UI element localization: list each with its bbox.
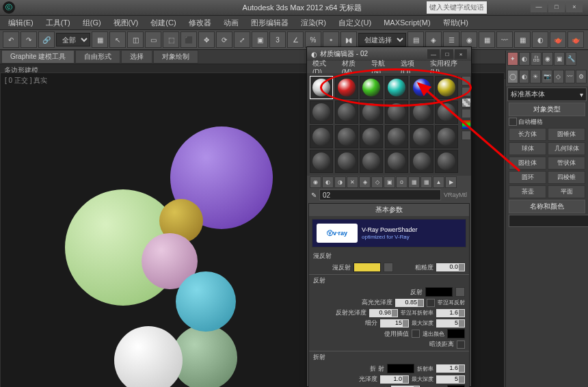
undo-button[interactable]: ↶ — [3, 31, 19, 48]
create-tab[interactable]: ✦ — [507, 52, 518, 66]
create-object-button[interactable]: 长方体 — [509, 128, 546, 141]
material-slot[interactable] — [385, 150, 408, 173]
viewport-sphere[interactable] — [114, 326, 183, 387]
tool-btn[interactable]: ◈ — [425, 31, 442, 48]
reflect-color-swatch[interactable] — [425, 287, 453, 297]
selection-set-dropdown[interactable]: 创建选择集 — [358, 33, 406, 46]
create-object-button[interactable]: 圆环 — [509, 171, 546, 184]
menu-item[interactable]: 图形编辑器 — [245, 16, 294, 29]
material-slot[interactable] — [360, 76, 383, 99]
pick-icon[interactable]: ✎ — [311, 191, 317, 199]
material-slot[interactable] — [435, 125, 458, 148]
create-object-button[interactable]: 圆锥体 — [548, 128, 585, 141]
tool-btn[interactable]: ▦ — [514, 31, 531, 48]
geometry-tab[interactable]: ◯ — [507, 70, 518, 83]
link-button[interactable]: 🔗 — [38, 31, 55, 48]
refl-sub-spinner[interactable]: 15 — [380, 319, 409, 328]
sample-uv-button[interactable] — [462, 109, 471, 118]
menu-item[interactable]: 工具(T) — [40, 16, 76, 29]
material-slot[interactable] — [410, 150, 433, 173]
tool-btn[interactable]: ⬚ — [163, 31, 179, 48]
material-slot[interactable] — [335, 76, 358, 99]
material-slot[interactable] — [335, 101, 358, 124]
tool-btn[interactable]: ▭ — [145, 31, 161, 48]
redo-button[interactable]: ↷ — [21, 31, 37, 48]
close-button[interactable]: × — [566, 1, 583, 12]
ribbon-tab[interactable]: 选择 — [121, 50, 152, 64]
make-unique-button[interactable]: ◇ — [371, 176, 383, 188]
material-name-input[interactable] — [319, 189, 441, 200]
refl-exit-swatch[interactable] — [447, 329, 465, 338]
material-slot[interactable] — [360, 150, 383, 173]
material-editor-button[interactable]: ◐ — [532, 31, 548, 48]
modify-tab[interactable]: ◐ — [519, 52, 530, 66]
tool-btn[interactable]: ▦ — [479, 31, 495, 48]
show-map-button[interactable]: ▦ — [408, 176, 420, 188]
material-slot[interactable] — [435, 76, 458, 99]
material-slot[interactable] — [385, 76, 408, 99]
material-slot[interactable] — [310, 101, 333, 124]
create-object-button[interactable]: 茶壶 — [509, 185, 546, 198]
rotate-button[interactable]: ⟳ — [216, 31, 232, 48]
menu-item[interactable]: 编辑(E) — [3, 16, 39, 29]
layers-button[interactable]: ☰ — [443, 31, 459, 48]
lights-tab[interactable]: ☀ — [530, 70, 541, 83]
create-object-button[interactable]: 平面 — [548, 185, 585, 198]
go-forward-button[interactable]: ▶ — [445, 176, 457, 188]
create-object-button[interactable]: 管状体 — [548, 157, 585, 170]
motion-tab[interactable]: ◉ — [542, 52, 553, 66]
menu-item[interactable]: 组(G) — [77, 16, 107, 29]
shapes-tab[interactable]: ◐ — [519, 70, 530, 83]
background-button[interactable] — [462, 98, 471, 107]
menu-item[interactable]: 自定义(U) — [333, 16, 377, 29]
assign-material-button[interactable]: ◑ — [334, 176, 346, 188]
viewport-sphere[interactable] — [176, 271, 236, 332]
material-slot[interactable] — [435, 101, 458, 124]
refl-gloss-spinner[interactable]: 0.98 — [369, 309, 398, 317]
me-minimize-button[interactable]: — — [427, 49, 440, 59]
scale-button[interactable]: ⤢ — [234, 31, 250, 48]
lock-checkbox[interactable] — [427, 299, 435, 307]
put-library-button[interactable]: ▣ — [384, 176, 395, 188]
create-object-button[interactable]: 球体 — [509, 142, 546, 155]
select-button[interactable]: ↖ — [109, 31, 126, 48]
material-slot[interactable] — [360, 101, 383, 124]
menu-item[interactable]: 渲染(R) — [295, 16, 332, 29]
tool-btn[interactable]: ⚬ — [323, 31, 339, 48]
fresnel-ior-spinner[interactable]: 1.6 — [436, 309, 465, 317]
hierarchy-tab[interactable]: 品 — [531, 52, 542, 66]
cameras-tab[interactable]: 📷 — [542, 70, 552, 83]
put-material-button[interactable]: ◐ — [322, 176, 334, 188]
material-slot[interactable] — [410, 76, 433, 99]
object-name-input[interactable] — [509, 215, 588, 227]
refl-interp-checkbox[interactable] — [412, 330, 420, 338]
roughness-spinner[interactable]: 0.0 — [436, 263, 465, 271]
menu-item[interactable]: 创建(C) — [145, 16, 181, 29]
reflect-map-button[interactable] — [455, 287, 465, 297]
create-object-button[interactable]: 几何球体 — [548, 142, 585, 155]
menu-item[interactable]: 动画 — [218, 16, 244, 29]
material-slot[interactable] — [310, 125, 333, 148]
utilities-tab[interactable]: 🔧 — [565, 52, 576, 66]
filter-dropdown[interactable]: 全部 — [56, 33, 90, 46]
refract-ior-spinner[interactable]: 1.6 — [436, 364, 465, 373]
menu-item[interactable]: MAXScript(M) — [378, 17, 436, 28]
align-button[interactable]: ▤ — [407, 31, 424, 48]
show-end-button[interactable]: ▦ — [420, 176, 432, 188]
get-material-button[interactable]: ◉ — [310, 176, 321, 188]
render-button[interactable]: 🫖 — [567, 31, 584, 48]
tool-btn[interactable]: ▦ — [92, 31, 108, 48]
ribbon-tab[interactable]: 自由形式 — [75, 50, 120, 64]
material-slot[interactable] — [310, 150, 333, 173]
material-slot[interactable] — [335, 150, 358, 173]
create-object-button[interactable]: 圆柱体 — [509, 157, 546, 170]
diffuse-map-button[interactable] — [384, 263, 393, 272]
video-color-button[interactable] — [462, 120, 471, 129]
hilight-spinner[interactable]: 0.85 — [395, 299, 424, 307]
refract-color-swatch[interactable] — [387, 364, 414, 373]
material-id-button[interactable]: 0 — [396, 176, 407, 188]
material-slot[interactable] — [310, 76, 333, 99]
create-object-button[interactable]: 四棱锥 — [548, 171, 585, 184]
material-slot[interactable] — [385, 101, 408, 124]
material-slot[interactable] — [410, 101, 433, 124]
